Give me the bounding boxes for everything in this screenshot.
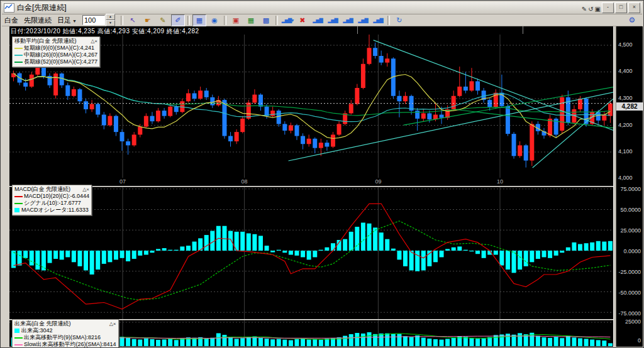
hand-icon[interactable]: ☛ — [141, 14, 155, 26]
chart-area: 日付:2023/10/20 始値:4,235 高値:4,293 安値:4,209… — [9, 26, 613, 347]
symbol-selector[interactable]: 白金 — [4, 16, 18, 25]
new-chart-icon[interactable]: ▣ — [229, 14, 243, 26]
axis-tick-label: -75.0000 — [618, 310, 641, 317]
legend-swatch-icon — [14, 196, 23, 197]
legend-row-label: 出来高:3042 — [21, 327, 53, 334]
volume-legend: 出来高(白金 先限連続) △× 出来高:3042出来高移動平均(9)(SMA):… — [12, 319, 119, 348]
legend-row-label: シグナル(10):-17.6777 — [24, 200, 81, 207]
axis-tick-label: 0 — [638, 337, 641, 344]
title-bar[interactable]: 白金[先限連続] ✎↺▣ - □ × — [2, 2, 642, 14]
bar-count-input[interactable]: 100 — [82, 15, 105, 25]
price-axis[interactable]: 4,282 4,5004,4004,3004,2004,1004,00075.0… — [616, 26, 643, 347]
info-bar-divider — [523, 26, 523, 34]
bar-count-stepper: 100 ▲ ▼ — [82, 14, 115, 26]
legend-row: 長期線(52)(0)(SMA)(C):4,277 — [14, 58, 97, 65]
zoom-sphere-icon[interactable]: ◉ — [208, 14, 221, 26]
legend-swatch-icon — [14, 203, 23, 204]
chart-type-icon[interactable]: ▂▅▇▾ — [280, 14, 294, 26]
line-tool-icon[interactable]: ✐ — [171, 14, 185, 26]
minimize-button[interactable]: - — [602, 3, 614, 13]
legend-row: 出来高移動平均(9)(SMA):8216 — [14, 334, 116, 341]
legend-swatch-icon — [14, 329, 19, 333]
toolbar-separator — [187, 16, 190, 25]
cursor-icon[interactable]: ↖ — [126, 14, 140, 26]
legend-close-button[interactable]: × — [113, 321, 116, 327]
app-icon — [4, 3, 14, 13]
macd-chart-canvas[interactable] — [9, 187, 613, 319]
legend-swatch-icon — [14, 55, 23, 56]
legend-swatch-icon — [14, 337, 23, 339]
legend-row: MACD(10)(20)(C):-6.0444 — [14, 193, 89, 200]
remove-indicator-icon[interactable]: ✖ — [296, 14, 309, 26]
macd-panel[interactable] — [9, 187, 613, 319]
ma-legend-title: 移動平均(白金 先限連続) — [14, 38, 77, 45]
legend-swatch-icon — [14, 344, 23, 345]
month-tick-label: 09 — [375, 178, 381, 185]
legend-row: Slow出来高移動平均(26)(SMA):8414 — [14, 341, 116, 348]
legend-row: MACDオシレータ:11.6333 — [14, 207, 89, 214]
axis-tick-label: 0.0000 — [623, 248, 641, 254]
macd-legend-title: MACD(白金 先限連続) — [14, 186, 70, 193]
panel-layout-5-icon[interactable]: ▂▅▇ — [371, 14, 385, 26]
month-tick-label: 08 — [242, 178, 248, 185]
legend-row-label: 出来高移動平均(9)(SMA):8216 — [24, 334, 101, 341]
maximize-button[interactable]: □ — [615, 3, 627, 13]
legend-row-label: MACDオシレータ:11.6333 — [21, 207, 89, 214]
grid-green-icon[interactable]: ▦ — [244, 14, 258, 26]
chart-settings-icon[interactable]: ▦ — [192, 14, 206, 26]
axis-tick-label: 75.0000 — [620, 186, 641, 192]
macd-legend: MACD(白金 先限連続) △× MACD(10)(20)(C):-6.0444… — [12, 185, 92, 215]
axis-tick-label: 4,300 — [618, 95, 633, 101]
panel-layout-1-icon[interactable]: ▂▅▇ — [311, 14, 325, 26]
legend-row: シグナル(10):-17.6777 — [14, 200, 89, 207]
chart-window: 白金[先限連続] ✎↺▣ - □ × 白金 先限連続 日足▼ 100 ▲ ▼ ↖… — [0, 0, 644, 348]
volume-legend-title: 出来高(白金 先限連続) — [14, 320, 71, 327]
legend-row: 出来高:3042 — [14, 327, 116, 334]
legend-swatch-icon — [14, 208, 19, 212]
legend-row-label: MACD(10)(20)(C):-6.0444 — [24, 193, 89, 200]
settings-wrench-icon[interactable]: ⚙ — [625, 14, 639, 26]
draw-icon[interactable]: ✎ — [582, 6, 587, 13]
timeframe-selector[interactable]: 日足▼ — [57, 16, 77, 25]
axis-tick-label: 4,100 — [618, 148, 633, 155]
legend-close-button[interactable]: × — [86, 187, 89, 192]
panel-layout-3-icon[interactable]: ▂▅▇ — [341, 14, 355, 26]
current-price-tag: 4,282 — [616, 102, 643, 111]
pencil-icon[interactable]: ✎ — [156, 14, 170, 26]
panel-layout-4-icon[interactable]: ▂▅▇ — [356, 14, 370, 26]
spin-up-button[interactable]: ▲ — [106, 14, 115, 20]
info-bar-divider — [357, 26, 358, 34]
legend-close-button[interactable]: × — [94, 38, 97, 44]
grid-blue-icon[interactable]: ▩ — [259, 14, 273, 26]
spin-down-button[interactable]: ▼ — [106, 20, 115, 26]
axis-tick-label: -50.0000 — [618, 290, 641, 296]
timeframe-label: 日足 — [57, 16, 71, 24]
duplicate-window-icon[interactable]: ▣ — [595, 6, 601, 13]
window-title: 白金[先限連続] — [17, 3, 580, 13]
month-tick-label: 10 — [497, 178, 503, 185]
toolbar: 白金 先限連続 日足▼ 100 ▲ ▼ ↖☛✎✐▦◉▣▦▩▂▅▇▾✖▂▅▇▂▅▇… — [2, 14, 642, 26]
quote-info-bar: 日付:2023/10/20 始値:4,235 高値:4,293 安値:4,209… — [11, 27, 199, 35]
refresh-icon[interactable]: ↻ — [392, 14, 406, 26]
toolbar-separator — [387, 16, 390, 25]
legend-row-label: 長期線(52)(0)(SMA)(C):4,277 — [24, 58, 97, 65]
legend-row-label: 短期線(9)(0)(SMA)(C):4,241 — [24, 45, 94, 52]
chevron-down-icon: ▼ — [72, 19, 77, 23]
legend-swatch-icon — [14, 62, 23, 63]
toolbar-separator — [224, 16, 226, 25]
ma-legend: 移動平均(白金 先限連続) △× 短期線(9)(0)(SMA)(C):4,241… — [12, 36, 100, 67]
link-icon[interactable]: ↺ — [588, 6, 593, 13]
close-button[interactable]: × — [628, 3, 640, 13]
axis-tick-label: 4,500 — [618, 41, 633, 48]
legend-row-label: 中期線(26)(0)(SMA)(C):4,267 — [24, 52, 97, 58]
axis-tick-label: 4,200 — [618, 122, 633, 128]
panel-layout-2-icon[interactable]: ▂▅▇ — [326, 14, 340, 26]
legend-swatch-icon — [14, 48, 23, 49]
contract-selector[interactable]: 先限連続 — [24, 16, 52, 25]
x-axis-labels: 07080910 — [9, 178, 613, 186]
legend-row: 中期線(26)(0)(SMA)(C):4,267 — [14, 52, 97, 58]
legend-row: 短期線(9)(0)(SMA)(C):4,241 — [14, 45, 97, 52]
axis-tick-label: -25.0000 — [618, 269, 641, 275]
month-tick-label: 07 — [119, 178, 126, 185]
toolbar-separator — [275, 16, 278, 25]
